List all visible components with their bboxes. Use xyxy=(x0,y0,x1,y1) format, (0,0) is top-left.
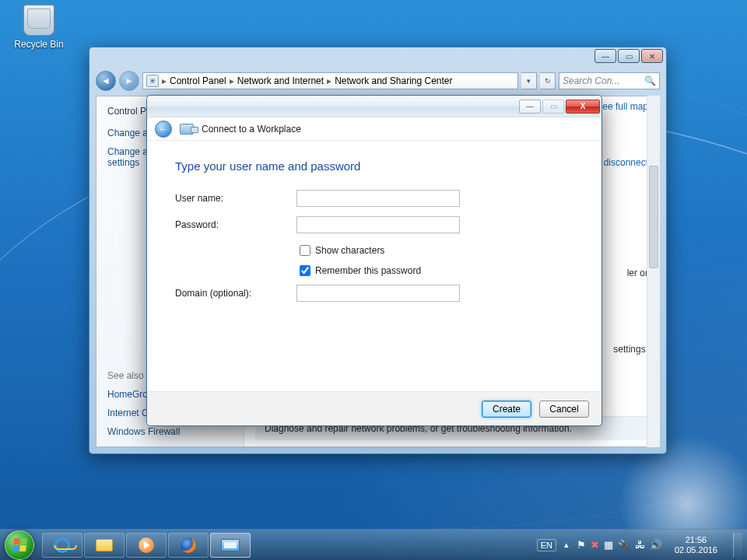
recycle-bin-icon xyxy=(23,5,54,36)
domain-input[interactable] xyxy=(296,285,460,302)
security-icon[interactable]: ✖ xyxy=(591,539,599,551)
domain-label: Domain (optional): xyxy=(175,288,296,299)
breadcrumb[interactable]: Network and Internet xyxy=(237,75,324,86)
recycle-bin[interactable]: Recycle Bin xyxy=(12,5,66,50)
taskbar-explorer[interactable] xyxy=(84,533,124,558)
location-icon: ⛯ xyxy=(146,75,159,87)
address-bar[interactable]: ⛯ ▸ Control Panel ▸ Network and Internet… xyxy=(142,72,518,89)
power-icon[interactable]: 🔌 xyxy=(618,539,630,551)
remember-password-checkbox[interactable]: Remember this password xyxy=(296,263,573,278)
media-player-icon xyxy=(139,537,154,553)
remember-password-label: Remember this password xyxy=(315,265,421,276)
router-text: ler or xyxy=(627,268,648,278)
nav-back-button[interactable]: ◄ xyxy=(96,71,116,91)
recycle-bin-label: Recycle Bin xyxy=(12,39,66,50)
taskbar-ie[interactable] xyxy=(42,533,82,558)
connect-workplace-dialog: — ▭ X ← Connect to a Workplace Type your… xyxy=(146,95,602,426)
windows-logo-icon xyxy=(12,538,27,551)
full-map-link[interactable]: See full map xyxy=(596,101,648,112)
settings-text: settings. xyxy=(613,344,648,355)
cancel-button[interactable]: Cancel xyxy=(539,401,589,418)
dialog-title: Connect to a Workplace xyxy=(202,124,301,135)
control-panel-icon xyxy=(221,539,240,551)
search-icon: 🔍 xyxy=(644,75,656,86)
dialog-titlebar[interactable]: — ▭ X xyxy=(147,96,601,117)
dialog-heading: Type your user name and password xyxy=(175,159,573,173)
ie-icon xyxy=(54,537,70,553)
breadcrumb[interactable]: Network and Sharing Center xyxy=(335,75,452,86)
dialog-minimize-button[interactable]: — xyxy=(519,100,541,114)
firefox-icon xyxy=(181,537,196,553)
clock-time: 21:56 xyxy=(675,535,717,545)
see-also-link[interactable]: Windows Firewall xyxy=(107,426,233,437)
password-label: Password: xyxy=(175,219,296,230)
update-icon[interactable]: ▦ xyxy=(604,539,613,551)
action-center-icon[interactable]: ⚑ xyxy=(577,539,586,551)
tray-chevron-icon[interactable]: ▴ xyxy=(564,540,569,550)
show-characters-checkbox[interactable]: Show characters xyxy=(296,243,573,258)
password-input[interactable] xyxy=(296,216,460,233)
dialog-close-button[interactable]: X xyxy=(566,100,600,114)
clock[interactable]: 21:56 02.05.2016 xyxy=(670,535,722,555)
search-placeholder: Search Con... xyxy=(563,75,619,86)
create-button[interactable]: Create xyxy=(482,401,531,418)
taskbar-media-player[interactable] xyxy=(126,533,167,558)
system-tray: EN ▴ ⚑ ✖ ▦ 🔌 🖧 🔊 21:56 02.05.2016 xyxy=(537,533,742,558)
network-tray-icon[interactable]: 🖧 xyxy=(635,539,645,551)
username-input[interactable] xyxy=(296,190,460,207)
folder-icon xyxy=(96,539,113,551)
close-button[interactable]: ✕ xyxy=(641,49,663,63)
search-input[interactable]: Search Con... 🔍 xyxy=(559,72,660,89)
breadcrumb[interactable]: Control Panel xyxy=(170,75,226,86)
remember-password-input[interactable] xyxy=(300,265,310,276)
scrollbar[interactable] xyxy=(647,96,660,447)
workplace-icon xyxy=(180,124,194,135)
show-characters-label: Show characters xyxy=(315,245,384,256)
show-desktop-button[interactable] xyxy=(733,533,742,558)
maximize-button[interactable]: ▭ xyxy=(618,49,640,63)
refresh-button[interactable]: ↻ xyxy=(540,72,556,89)
taskbar-firefox[interactable] xyxy=(168,533,209,558)
volume-icon[interactable]: 🔊 xyxy=(650,539,662,551)
taskbar: EN ▴ ⚑ ✖ ▦ 🔌 🖧 🔊 21:56 02.05.2016 xyxy=(0,529,747,560)
minimize-button[interactable]: — xyxy=(594,49,616,63)
username-label: User name: xyxy=(175,193,296,204)
start-button[interactable] xyxy=(5,530,34,560)
taskbar-control-panel[interactable] xyxy=(210,533,251,558)
language-indicator[interactable]: EN xyxy=(537,539,556,551)
wizard-back-button[interactable]: ← xyxy=(155,121,172,138)
address-dropdown[interactable]: ▾ xyxy=(521,72,537,89)
window-titlebar[interactable]: — ▭ ✕ xyxy=(89,47,666,69)
desktop: Recycle Bin — ▭ ✕ ◄ ► ⛯ ▸ Control Panel … xyxy=(0,0,747,560)
nav-forward-button[interactable]: ► xyxy=(119,71,139,91)
show-characters-input[interactable] xyxy=(300,245,310,256)
dialog-maximize-button: ▭ xyxy=(542,100,564,114)
clock-date: 02.05.2016 xyxy=(675,545,717,555)
